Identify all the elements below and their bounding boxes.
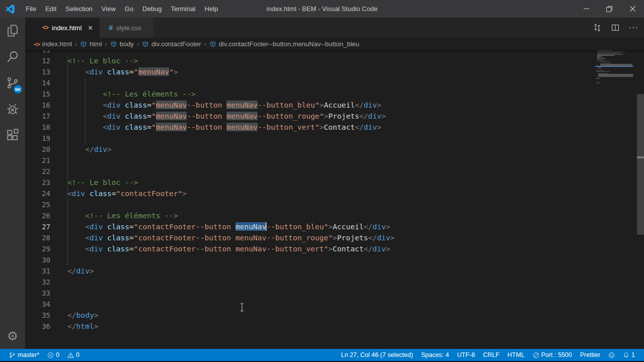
code-line[interactable]: 19 <box>25 133 644 144</box>
debug-icon[interactable] <box>0 96 25 122</box>
code-line[interactable]: 35</body> <box>25 310 644 321</box>
menu-terminal[interactable]: Terminal <box>166 0 200 18</box>
code-line[interactable]: 13 <div class="menuNav"> <box>25 66 644 77</box>
menu-go[interactable]: Go <box>120 0 138 18</box>
breadcrumb-item[interactable]: html <box>80 40 102 48</box>
code-line[interactable]: 18 <div class="menuNav--button menuNav--… <box>25 122 644 133</box>
scrollbar-thumb[interactable] <box>637 94 644 235</box>
status-item-right-1[interactable]: Spaces: 4 <box>417 349 453 361</box>
code-line[interactable]: 22 <box>25 166 644 177</box>
warning-icon <box>67 352 74 358</box>
status-item-right-6[interactable]: Prettier <box>576 349 604 361</box>
line-content: </html> <box>67 322 99 330</box>
line-number: 15 <box>25 88 50 100</box>
status-smiley-right-7[interactable] <box>604 349 619 361</box>
status-label: Spaces: 4 <box>421 351 449 358</box>
code-line[interactable]: 27 <div class="contactFooter--button men… <box>25 221 644 232</box>
code-line[interactable]: 25 <box>25 199 644 210</box>
code-line[interactable]: 26 <!-- Les éléments --> <box>25 210 644 221</box>
menu-help[interactable]: Help <box>200 0 223 18</box>
code-line[interactable]: 17 <div class="menuNav--button menuNav--… <box>25 111 644 122</box>
status-circle-slash-right-5[interactable]: Port : 5500 <box>529 349 576 361</box>
breadcrumb-item[interactable]: div.contactFooter <box>142 40 201 48</box>
vertical-scrollbar[interactable] <box>637 50 644 349</box>
search-icon[interactable] <box>0 44 25 70</box>
menu-selection[interactable]: Selection <box>61 0 97 18</box>
editor-actions: ··· <box>591 18 640 38</box>
menu-view[interactable]: View <box>97 0 120 18</box>
line-content: <!-- Le bloc --> <box>67 178 138 187</box>
editor-region: <> index.html ✕ # style.css <box>25 18 644 349</box>
code-line[interactable]: 33 <box>25 288 644 299</box>
code-line[interactable]: 30 <box>25 254 644 265</box>
explorer-icon[interactable] <box>0 18 25 44</box>
more-actions-icon[interactable]: ··· <box>627 21 640 34</box>
line-number: 34 <box>25 299 50 310</box>
breadcrumb: <>index.html›html›body›div.contactFooter… <box>25 38 644 50</box>
status-label: Ln 27, Col 46 (7 selected) <box>341 351 413 358</box>
status-error-left-1[interactable]: 0 <box>43 349 63 361</box>
line-number: 16 <box>25 100 50 111</box>
code-line[interactable]: 31</div> <box>25 265 644 277</box>
status-warning-left-2[interactable]: 0 <box>63 349 84 361</box>
code-line[interactable]: 24<div class="contactFooter"> <box>25 188 644 199</box>
status-item-right-0[interactable]: Ln 27, Col 46 (7 selected) <box>337 349 417 361</box>
menu-debug[interactable]: Debug <box>138 0 166 18</box>
tab-index-html[interactable]: <> index.html ✕ <box>25 18 99 38</box>
tab-style-css[interactable]: # style.css <box>100 18 153 38</box>
tab-close-icon[interactable]: ✕ <box>88 24 93 32</box>
code-line[interactable]: 20 </div> <box>25 144 644 155</box>
minimap-line <box>596 83 600 84</box>
code-line[interactable]: 21 <box>25 155 644 166</box>
gear-icon[interactable]: ⚙ <box>7 330 18 342</box>
code-line[interactable]: 34 <box>25 299 644 310</box>
source-control-icon[interactable]: 5K <box>0 70 25 96</box>
code-line[interactable]: 15 <!-- Les éléments --> <box>25 88 644 100</box>
extensions-icon[interactable] <box>0 122 25 148</box>
word-highlight: menuNav <box>156 101 187 109</box>
status-item-right-3[interactable]: CRLF <box>479 349 504 361</box>
code-line[interactable]: 32 <box>25 277 644 288</box>
line-content: </div> <box>67 145 112 153</box>
breadcrumb-item[interactable]: body <box>110 40 134 48</box>
menu-edit[interactable]: Edit <box>41 0 61 18</box>
line-number: 20 <box>25 144 50 155</box>
status-left: master*00 <box>0 349 84 361</box>
line-number: 36 <box>25 321 50 332</box>
code-line[interactable]: 28 <div class="contactFooter--button men… <box>25 232 644 243</box>
minimap-line <box>596 82 600 83</box>
breadcrumb-item[interactable]: <>index.html <box>34 40 72 48</box>
code-line[interactable]: 12<!-- Le bloc --> <box>25 55 644 66</box>
word-highlight: menuNav <box>226 101 258 109</box>
breadcrumb-item[interactable]: div.contactFooter--button.menuNav--butto… <box>209 40 359 48</box>
bell-icon <box>623 352 629 358</box>
minimap[interactable] <box>595 50 635 349</box>
code-line[interactable]: 14 <box>25 77 644 88</box>
compare-changes-icon[interactable] <box>591 21 604 34</box>
line-number: 23 <box>25 177 50 188</box>
code-line[interactable]: 23<!-- Le bloc --> <box>25 177 644 188</box>
code-line[interactable]: 36</html> <box>25 321 644 332</box>
status-bell-right-8[interactable]: 1 <box>619 349 639 361</box>
restore-icon[interactable] <box>598 0 621 18</box>
code-line[interactable]: 29 <div class="contactFooter--button men… <box>25 243 644 254</box>
line-number: 13 <box>25 66 50 77</box>
line-content: <div class="menuNav--button menuNav--but… <box>67 112 386 120</box>
line-content: <div class="contactFooter--button menuNa… <box>67 244 390 253</box>
minimize-icon[interactable] <box>575 0 598 18</box>
status-label: HTML <box>508 351 525 358</box>
status-item-right-2[interactable]: UTF-8 <box>453 349 478 361</box>
close-icon[interactable] <box>621 0 644 18</box>
code-editor[interactable]: 1112<!-- Le bloc -->13 <div class="menuN… <box>25 50 644 349</box>
symbol-cube-icon <box>142 41 149 48</box>
split-editor-icon[interactable] <box>609 21 622 34</box>
menu-file[interactable]: File <box>21 0 41 18</box>
status-item-right-4[interactable]: HTML <box>504 349 529 361</box>
breadcrumb-label: div.contactFooter--button.menuNav--butto… <box>219 40 359 48</box>
word-highlight: menuNav <box>226 112 258 120</box>
code-line[interactable]: 16 <div class="menuNav--button menuNav--… <box>25 100 644 111</box>
status-git-branch-left-0[interactable]: master* <box>5 349 43 361</box>
line-number: 17 <box>25 111 50 122</box>
minimap-line <box>597 58 605 59</box>
line-number: 30 <box>25 254 50 265</box>
